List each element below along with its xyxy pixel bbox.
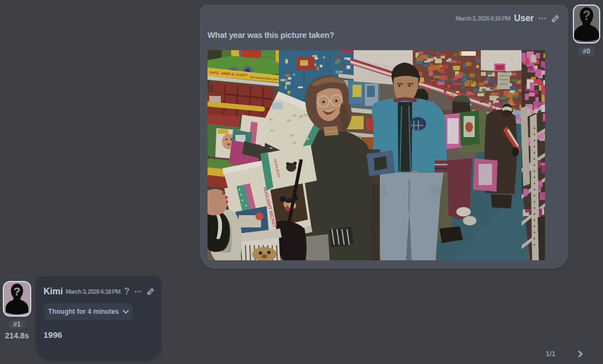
svg-text:?: ?	[582, 8, 590, 23]
svg-text:?: ?	[13, 285, 21, 298]
